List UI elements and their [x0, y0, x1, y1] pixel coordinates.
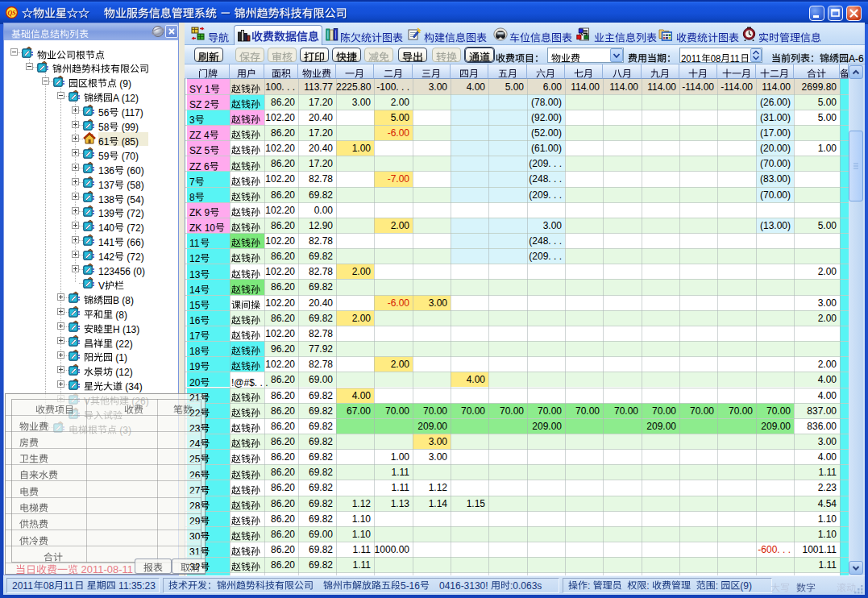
svg-text:(34): (34)	[123, 381, 143, 392]
svg-text:7: 7	[189, 176, 195, 187]
svg-text:15: 15	[189, 299, 201, 310]
svg-text:SZ 5: SZ 5	[189, 145, 210, 156]
svg-text:(1): (1)	[113, 352, 127, 363]
svg-text:141: 141	[98, 237, 114, 248]
svg-text:142: 142	[98, 251, 114, 263]
svg-text:H (13): H (13)	[113, 323, 139, 334]
svg-text:2011-08-11: 2011-08-11	[77, 564, 132, 575]
svg-text:58: 58	[98, 122, 110, 133]
svg-text:14: 14	[189, 284, 201, 295]
svg-text:24: 24	[189, 438, 201, 446]
svg-text:56: 56	[98, 107, 110, 118]
svg-text::: :	[646, 580, 652, 592]
svg-text:25: 25	[189, 454, 201, 462]
svg-text:!@#$. . .: !@#$. . .	[231, 376, 268, 388]
svg-text::: :	[716, 580, 721, 592]
svg-text:26: 26	[189, 469, 201, 477]
svg-text:136: 136	[98, 164, 114, 176]
svg-text:18: 18	[189, 346, 201, 357]
svg-text:11: 11	[189, 238, 200, 249]
svg-text:SY 1: SY 1	[189, 83, 210, 94]
svg-text:28: 28	[189, 500, 201, 508]
svg-text:19: 19	[189, 361, 201, 372]
svg-text:23: 23	[189, 423, 201, 431]
svg-text:B (8): B (8)	[113, 294, 134, 305]
svg-text:32: 32	[189, 562, 201, 570]
svg-text:(72): (72)	[124, 251, 144, 263]
svg-text:13: 13	[189, 268, 201, 280]
svg-text:11: 11	[64, 580, 74, 592]
svg-text:(117): (117)	[118, 107, 143, 118]
svg-text:12: 12	[189, 253, 201, 264]
svg-text:20: 20	[189, 376, 201, 388]
svg-text:(8): (8)	[113, 309, 127, 320]
svg-text:27: 27	[189, 484, 201, 492]
svg-text:ZK 10: ZK 10	[189, 222, 215, 234]
svg-text:2011: 2011	[681, 52, 700, 63]
svg-text:(9): (9)	[117, 78, 131, 89]
svg-text:139: 139	[98, 208, 114, 219]
svg-text:ZZ 6: ZZ 6	[189, 160, 210, 172]
svg-text:30: 30	[189, 531, 201, 539]
svg-text:8: 8	[189, 191, 195, 202]
svg-text:123456 (0): 123456 (0)	[98, 266, 145, 277]
svg-text:(99): (99)	[118, 122, 139, 133]
svg-text:(12): (12)	[113, 367, 133, 378]
svg-text:A-6: A-6	[849, 53, 864, 64]
svg-text:11: 11	[730, 52, 740, 63]
svg-text:(70): (70)	[118, 150, 139, 161]
svg-text:21: 21	[189, 392, 201, 400]
svg-text:V: V	[98, 280, 105, 292]
svg-text:(22): (22)	[113, 338, 133, 349]
svg-text:ZK 9: ZK 9	[189, 207, 210, 218]
svg-text:A (12): A (12)	[113, 93, 139, 104]
svg-text:5-16: 5-16	[401, 580, 420, 592]
svg-text:(9): (9)	[740, 580, 752, 592]
svg-text:138: 138	[98, 193, 114, 205]
svg-text:(66): (66)	[124, 237, 144, 248]
svg-text:61: 61	[98, 136, 110, 147]
svg-text:0416-3130!: 0416-3130!	[439, 580, 491, 592]
svg-text:17: 17	[189, 330, 201, 342]
svg-text:(72): (72)	[124, 208, 144, 219]
svg-text:SZ 2: SZ 2	[189, 98, 210, 110]
svg-text::0.063s: :0.063s	[510, 580, 542, 592]
svg-text:(60): (60)	[124, 164, 144, 176]
svg-text:(54): (54)	[124, 193, 144, 205]
svg-text:31: 31	[189, 546, 201, 554]
svg-text:16: 16	[189, 315, 201, 326]
svg-text:QS: QS	[7, 10, 16, 17]
svg-text:08: 08	[44, 580, 55, 592]
svg-text:140: 140	[98, 222, 114, 234]
svg-text:137: 137	[98, 179, 114, 190]
svg-text:29: 29	[189, 516, 201, 524]
svg-text:2011: 2011	[12, 580, 33, 592]
svg-text:59: 59	[98, 150, 110, 161]
svg-text:08: 08	[711, 52, 721, 63]
svg-text:22: 22	[189, 407, 201, 415]
svg-text:(58): (58)	[124, 179, 144, 190]
svg-text:3: 3	[189, 114, 195, 126]
svg-text:(72): (72)	[124, 222, 144, 234]
svg-text:ZZ 4: ZZ 4	[189, 130, 210, 141]
svg-text:(85): (85)	[118, 136, 139, 147]
svg-text::: :	[588, 580, 593, 592]
